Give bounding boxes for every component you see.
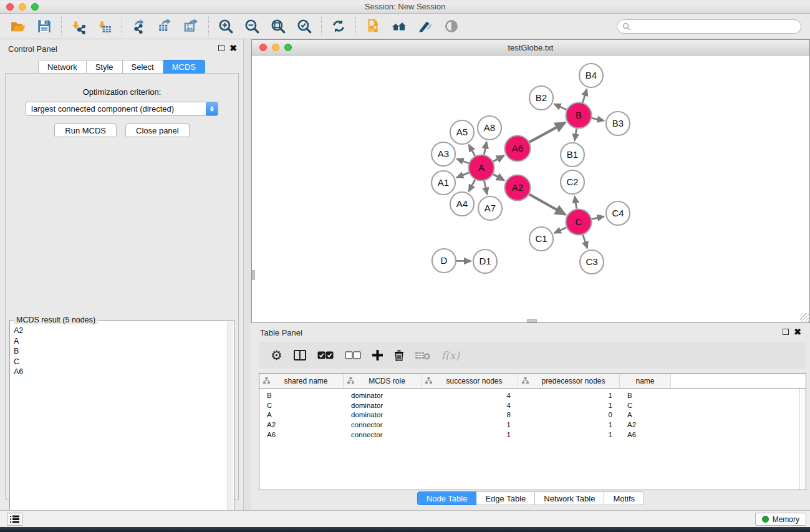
tab-edge-table[interactable]: Edge Table	[476, 491, 535, 505]
cell-successor-nodes[interactable]: 1	[422, 421, 518, 428]
export-network-icon[interactable]	[128, 16, 150, 36]
edge-A2-C[interactable]	[529, 195, 566, 215]
table-row[interactable]: Cdominator41C	[259, 400, 806, 410]
node-C[interactable]: C	[566, 210, 592, 235]
edge-A6-B[interactable]	[529, 123, 566, 142]
edge-A-A2[interactable]	[493, 174, 504, 180]
cell-name[interactable]: A	[620, 411, 671, 418]
node-C2[interactable]: C2	[561, 170, 584, 194]
edge-A-A7[interactable]	[485, 181, 488, 195]
tab-motifs[interactable]: Motifs	[604, 491, 644, 505]
node-D[interactable]: D	[432, 249, 456, 273]
cell-name[interactable]: A2	[620, 421, 671, 428]
cell-successor-nodes[interactable]: 4	[422, 392, 518, 399]
result-scrollbar[interactable]	[227, 321, 233, 532]
deselect-all-icon[interactable]	[345, 351, 361, 359]
add-column-icon[interactable]	[372, 350, 383, 360]
node-C1[interactable]: C1	[529, 227, 553, 251]
table-scrollbar[interactable]	[799, 389, 806, 490]
cell-successor-nodes[interactable]: 1	[422, 431, 518, 438]
cell-successor-nodes[interactable]: 8	[422, 411, 518, 418]
node-B1[interactable]: B1	[561, 143, 584, 167]
column-header-predecessor-nodes[interactable]: predecessor nodes	[518, 374, 620, 388]
search-input[interactable]	[617, 19, 801, 34]
memory-button[interactable]: Memory	[755, 513, 806, 526]
edge-C-C1[interactable]	[554, 228, 566, 233]
first-neighbors-icon[interactable]	[388, 16, 410, 36]
node-A8[interactable]: A8	[478, 116, 501, 140]
node-A6[interactable]: A6	[505, 136, 531, 162]
function-builder-icon[interactable]: f(x)	[441, 349, 460, 362]
window-resize-grip[interactable]	[800, 313, 809, 322]
node-A1[interactable]: A1	[432, 171, 455, 195]
mcds-result-list[interactable]: A2ABCA6	[11, 326, 226, 532]
tab-mcds[interactable]: MCDS	[163, 60, 205, 74]
task-history-button[interactable]	[7, 513, 22, 526]
edge-A-A5[interactable]	[469, 145, 475, 156]
column-header-name[interactable]: name	[620, 374, 671, 388]
zoom-out-icon[interactable]	[241, 16, 263, 36]
table-close-panel-icon[interactable]: ✖	[794, 329, 801, 335]
node-C4[interactable]: C4	[606, 201, 630, 225]
cell-predecessor-nodes[interactable]: 1	[518, 421, 620, 428]
edge-B-B4[interactable]	[582, 89, 587, 103]
result-item[interactable]: A2	[14, 326, 226, 336]
network-canvas[interactable]: B4 B2 B B3 B1 A5 A8 A6 A3 A A1 A2 C2 A4 …	[252, 56, 809, 322]
network-graph[interactable]: B4 B2 B B3 B1 A5 A8 A6 A3 A A1 A2 C2 A4 …	[252, 56, 809, 322]
float-panel-icon[interactable]	[218, 45, 224, 51]
run-mcds-button[interactable]: Run MCDS	[54, 123, 117, 137]
table-row[interactable]: Bdominator41B	[259, 390, 806, 400]
cell-shared-name[interactable]: B	[259, 392, 344, 399]
zoom-in-icon[interactable]	[215, 16, 236, 36]
cell-name[interactable]: B	[620, 392, 671, 399]
cell-MCDS-role[interactable]: dominator	[344, 411, 422, 418]
canvas-vscroll-thumb[interactable]	[252, 270, 255, 280]
tab-network[interactable]: Network	[38, 60, 87, 74]
edge-B-B1[interactable]	[575, 128, 577, 140]
open-file-icon[interactable]	[7, 16, 29, 36]
node-A7[interactable]: A7	[478, 196, 502, 220]
import-table-icon[interactable]	[94, 16, 115, 36]
tab-network-table[interactable]: Network Table	[535, 491, 604, 505]
edge-C-C3[interactable]	[583, 235, 587, 248]
export-table-icon[interactable]	[155, 16, 176, 36]
node-A[interactable]: A	[469, 155, 494, 181]
criterion-dropdown[interactable]: largest connected component (directed)	[26, 102, 218, 116]
edge-B-B3[interactable]	[592, 118, 604, 120]
tab-select[interactable]: Select	[123, 60, 163, 74]
cell-MCDS-role[interactable]: dominator	[344, 392, 422, 399]
edge-A-A1[interactable]	[456, 173, 469, 178]
close-panel-button[interactable]: Close panel	[125, 123, 190, 137]
delete-icon[interactable]	[394, 350, 404, 361]
cell-shared-name[interactable]: A	[259, 411, 344, 418]
table-float-panel-icon[interactable]	[783, 329, 789, 335]
edge-A-A8[interactable]	[484, 142, 486, 155]
node-B[interactable]: B	[566, 103, 592, 128]
network-from-selection-icon[interactable]	[362, 16, 383, 36]
column-header-MCDS-role[interactable]: MCDS role	[344, 374, 422, 388]
node-B4[interactable]: B4	[579, 64, 603, 87]
close-panel-icon[interactable]: ✖	[229, 45, 237, 51]
edge-B-B2[interactable]	[554, 104, 567, 110]
edge-A-A6[interactable]	[493, 156, 504, 162]
cell-shared-name[interactable]: C	[259, 402, 344, 409]
cell-shared-name[interactable]: A6	[259, 431, 344, 438]
tab-style[interactable]: Style	[87, 60, 123, 74]
node-A3[interactable]: A3	[432, 142, 455, 166]
canvas-hscroll-thumb[interactable]	[527, 319, 537, 322]
split-columns-icon[interactable]	[294, 350, 306, 360]
cell-MCDS-role[interactable]: connector	[344, 421, 422, 428]
table-row[interactable]: A2connector11A2	[259, 420, 806, 430]
edge-C-C2[interactable]	[575, 196, 577, 209]
gear-icon[interactable]: ⚙	[271, 349, 282, 362]
show-hidden-icon[interactable]	[441, 16, 462, 36]
cell-successor-nodes[interactable]: 4	[422, 402, 518, 409]
column-header-successor-nodes[interactable]: successor nodes	[422, 374, 518, 388]
cell-predecessor-nodes[interactable]: 0	[518, 411, 620, 418]
table-row[interactable]: Adominator80A	[259, 410, 806, 420]
node-A2[interactable]: A2	[505, 175, 531, 201]
result-item[interactable]: B	[14, 346, 226, 357]
zoom-fit-icon[interactable]	[268, 16, 289, 36]
edge-A-A4[interactable]	[469, 180, 475, 191]
cell-predecessor-nodes[interactable]: 1	[518, 392, 620, 399]
